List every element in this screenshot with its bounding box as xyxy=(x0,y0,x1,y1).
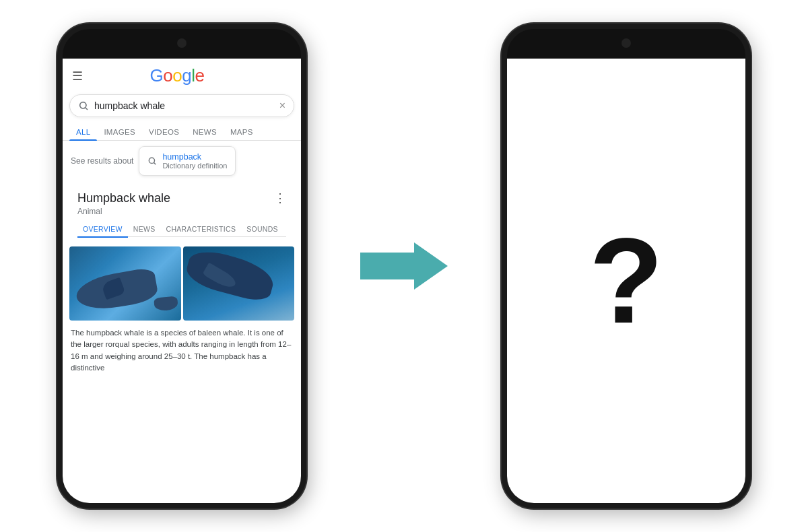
logo-o2: o xyxy=(172,65,182,86)
logo-g: G xyxy=(150,65,164,86)
panel-header: Humpback whale ⋮ xyxy=(77,191,286,205)
tab-maps[interactable]: MAPS xyxy=(224,124,260,140)
search-tabs: ALL IMAGES VIDEOS NEWS MAPS xyxy=(63,124,301,141)
dictionary-card[interactable]: humpback Dictionary definition xyxy=(139,146,236,176)
description-text: The humpback whale is a species of balee… xyxy=(63,321,301,380)
panel-tab-news[interactable]: NEWS xyxy=(128,222,161,236)
question-mark: ? xyxy=(589,220,663,341)
phone-1: ☰ Google humpback whale × ALL IMAGES VID… xyxy=(57,24,306,508)
logo-o1: o xyxy=(163,65,172,86)
panel-subtitle: Animal xyxy=(77,207,286,216)
svg-line-1 xyxy=(86,108,88,110)
panel-tabs: OVERVIEW NEWS CHARACTERISTICS SOUNDS xyxy=(77,222,286,237)
clear-search-icon[interactable]: × xyxy=(279,100,285,112)
svg-point-2 xyxy=(149,158,155,163)
arrow-container xyxy=(360,239,448,293)
search-query-text: humpback whale xyxy=(94,100,279,111)
whale-image-1[interactable] xyxy=(69,246,181,321)
whale-images xyxy=(69,246,294,321)
panel-tab-overview[interactable]: OVERVIEW xyxy=(77,222,128,236)
tab-news[interactable]: NEWS xyxy=(186,124,224,140)
svg-line-3 xyxy=(154,163,156,165)
phone-2-side-button xyxy=(749,137,751,177)
dict-definition: Dictionary definition xyxy=(162,162,227,170)
logo-e: e xyxy=(195,65,204,86)
see-results-row: See results about humpback Dictionary de… xyxy=(63,141,301,181)
phone-2: ? xyxy=(502,24,751,508)
search-bar[interactable]: humpback whale × xyxy=(69,94,294,117)
panel-title: Humpback whale xyxy=(77,191,170,205)
phone-1-screen: ☰ Google humpback whale × ALL IMAGES VID… xyxy=(63,59,301,503)
knowledge-panel: Humpback whale ⋮ Animal OVERVIEW NEWS CH… xyxy=(69,184,294,244)
tab-all[interactable]: ALL xyxy=(69,124,97,140)
svg-marker-4 xyxy=(360,242,448,290)
dict-word: humpback xyxy=(162,152,227,162)
arrow-right-icon xyxy=(360,239,448,293)
panel-tab-characteristics[interactable]: CHARACTERISTICS xyxy=(161,222,242,236)
search-icon xyxy=(78,100,89,111)
whale-tail-decoration xyxy=(154,296,178,312)
google-header: ☰ Google xyxy=(63,59,301,90)
hamburger-icon[interactable]: ☰ xyxy=(72,70,83,82)
dict-text: humpback Dictionary definition xyxy=(162,152,227,170)
google-logo: Google xyxy=(150,65,205,86)
dict-search-icon xyxy=(147,156,157,166)
see-results-text: See results about xyxy=(71,156,133,166)
phone-2-screen: ? xyxy=(507,59,745,503)
whale-image-2[interactable] xyxy=(183,246,295,321)
panel-tab-sounds[interactable]: SOUNDS xyxy=(241,222,283,236)
svg-point-0 xyxy=(80,102,86,108)
tab-videos[interactable]: VIDEOS xyxy=(142,124,186,140)
tab-images[interactable]: IMAGES xyxy=(97,124,142,140)
logo-g2: g xyxy=(182,65,191,86)
more-options-icon[interactable]: ⋮ xyxy=(274,191,286,205)
